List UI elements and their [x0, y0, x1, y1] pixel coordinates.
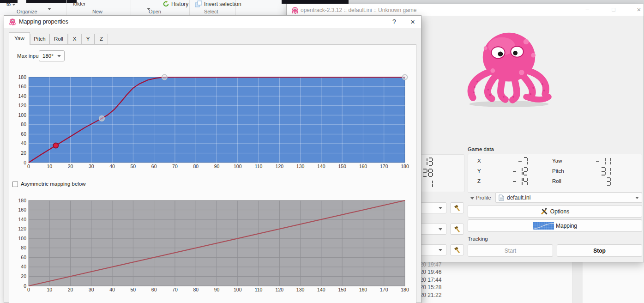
- tab-pitch[interactable]: Pitch: [30, 34, 49, 44]
- tab-x[interactable]: X: [68, 34, 81, 44]
- svg-text:130: 130: [296, 287, 305, 292]
- game-data-axis-label: X: [477, 158, 481, 164]
- svg-text:100: 100: [18, 236, 26, 241]
- svg-text:0: 0: [27, 164, 30, 169]
- game-data-value: [579, 157, 612, 166]
- svg-text:140: 140: [18, 217, 26, 222]
- game-data-axis-label: Y: [477, 168, 481, 174]
- svg-text:20: 20: [68, 287, 73, 292]
- profile-value: default.ini: [507, 194, 635, 201]
- svg-text:100: 100: [234, 287, 242, 292]
- game-data-value: [496, 177, 529, 186]
- svg-text:60: 60: [21, 131, 26, 137]
- yaw-mapping-chart[interactable]: 0102030405060708090100110120130140150160…: [13, 70, 415, 170]
- svg-text:120: 120: [18, 226, 26, 231]
- svg-text:120: 120: [276, 164, 284, 169]
- window-edge: [349, 0, 644, 4]
- invert-selection-button[interactable]: Invert selection: [195, 0, 241, 8]
- start-label: Start: [505, 248, 516, 254]
- opentrack-octopus-logo: [458, 28, 558, 111]
- opentrack-titlebar[interactable]: opentrack-2.3.12 :: default.ini :: Unkno…: [287, 4, 644, 16]
- invert-selection-label: Invert selection: [204, 1, 241, 7]
- ribbon-group-organize[interactable]: Organize: [17, 9, 37, 14]
- svg-text:150: 150: [338, 287, 346, 292]
- mapping-label: Mapping: [556, 223, 577, 229]
- tab-z[interactable]: Z: [95, 34, 108, 44]
- new-folder-button[interactable]: folder: [73, 1, 86, 6]
- hammer-icon: [453, 225, 461, 233]
- dialog-titlebar[interactable]: Mapping properties ? ×: [4, 16, 421, 28]
- asymmetric-mapping-chart[interactable]: 0102030405060708090100110120130140150160…: [13, 194, 415, 293]
- svg-text:0: 0: [27, 287, 30, 292]
- svg-text:40: 40: [21, 264, 26, 269]
- tab-roll[interactable]: Roll: [49, 34, 68, 44]
- profile-select[interactable]: default.ini: [495, 193, 642, 203]
- help-button[interactable]: ?: [388, 17, 400, 27]
- game-data-axis-label: Z: [477, 178, 481, 184]
- svg-text:100: 100: [234, 164, 242, 169]
- profile-group-arrow-icon[interactable]: [470, 197, 474, 200]
- svg-text:180: 180: [401, 287, 409, 292]
- svg-text:170: 170: [380, 164, 388, 169]
- ribbon-group-open[interactable]: Open: [149, 9, 161, 14]
- minimize-button[interactable]: –: [582, 5, 592, 14]
- ribbon-group-select[interactable]: Select: [204, 9, 218, 14]
- start-button[interactable]: Start: [468, 244, 553, 257]
- delete-menu-button[interactable]: [48, 4, 51, 12]
- game-data-axis-label: Yaw: [552, 158, 562, 164]
- svg-text:140: 140: [317, 287, 325, 292]
- history-button[interactable]: History: [163, 0, 188, 7]
- file-timestamp: 020 21:22: [417, 292, 472, 299]
- tab-y[interactable]: Y: [81, 34, 95, 44]
- svg-text:30: 30: [89, 287, 94, 292]
- ribbon-group-new[interactable]: New: [92, 9, 102, 14]
- chevron-down-icon: [57, 55, 61, 57]
- svg-text:180: 180: [18, 198, 26, 203]
- mapping-curve-icon: [533, 222, 554, 230]
- window-edge: [282, 0, 349, 4]
- tools-icon: [541, 208, 548, 215]
- svg-text:50: 50: [131, 164, 136, 169]
- svg-text:100: 100: [18, 112, 26, 118]
- svg-text:60: 60: [151, 164, 157, 169]
- svg-text:20: 20: [68, 164, 73, 169]
- svg-text:60: 60: [21, 255, 26, 260]
- mapping-button[interactable]: Mapping: [468, 219, 642, 232]
- max-input-select[interactable]: 180°: [39, 50, 65, 61]
- opentrack-logo-icon: [291, 6, 299, 14]
- svg-text:0: 0: [24, 160, 26, 165]
- game-data-value: [579, 177, 612, 186]
- close-button[interactable]: ×: [634, 5, 644, 14]
- copy-to-button[interactable]: to: [6, 1, 16, 7]
- tracker-settings-button[interactable]: [450, 202, 464, 213]
- protocol-settings-button[interactable]: [450, 244, 464, 255]
- svg-text:140: 140: [18, 93, 26, 99]
- maximize-button[interactable]: □: [608, 5, 619, 14]
- game-data-panel: X Y Z Yaw Pitch Roll: [468, 154, 642, 193]
- mapping-properties-dialog: Mapping properties ? × Yaw Pitch Roll X …: [4, 15, 421, 303]
- svg-text:50: 50: [131, 287, 136, 292]
- asymmetric-mapping-checkbox[interactable]: [12, 182, 18, 187]
- svg-text:180: 180: [401, 164, 409, 169]
- profile-label: Profile: [476, 195, 491, 200]
- file-timestamp-list: 020 19:47 020 19:46 020 17:44 020 15:28 …: [417, 261, 472, 299]
- filter-settings-button[interactable]: [450, 224, 464, 235]
- svg-text:80: 80: [193, 287, 199, 292]
- copy-to-label: to: [6, 1, 11, 7]
- svg-text:40: 40: [21, 140, 26, 146]
- svg-text:110: 110: [255, 287, 263, 292]
- svg-text:20: 20: [21, 150, 26, 156]
- file-timestamp: 020 19:47: [417, 261, 472, 269]
- explorer-scrollbar[interactable]: [572, 262, 583, 303]
- svg-text:160: 160: [18, 207, 26, 212]
- screen: to folder History Invert selection Or: [0, 0, 644, 303]
- dialog-close-button[interactable]: ×: [407, 17, 419, 27]
- options-label: Options: [550, 208, 569, 215]
- options-button[interactable]: Options: [468, 205, 642, 218]
- invert-selection-icon: [195, 0, 202, 8]
- stop-button[interactable]: Stop: [557, 244, 642, 257]
- tab-yaw[interactable]: Yaw: [9, 32, 30, 45]
- svg-text:80: 80: [21, 245, 26, 250]
- svg-text:130: 130: [296, 164, 305, 169]
- svg-text:150: 150: [338, 164, 346, 169]
